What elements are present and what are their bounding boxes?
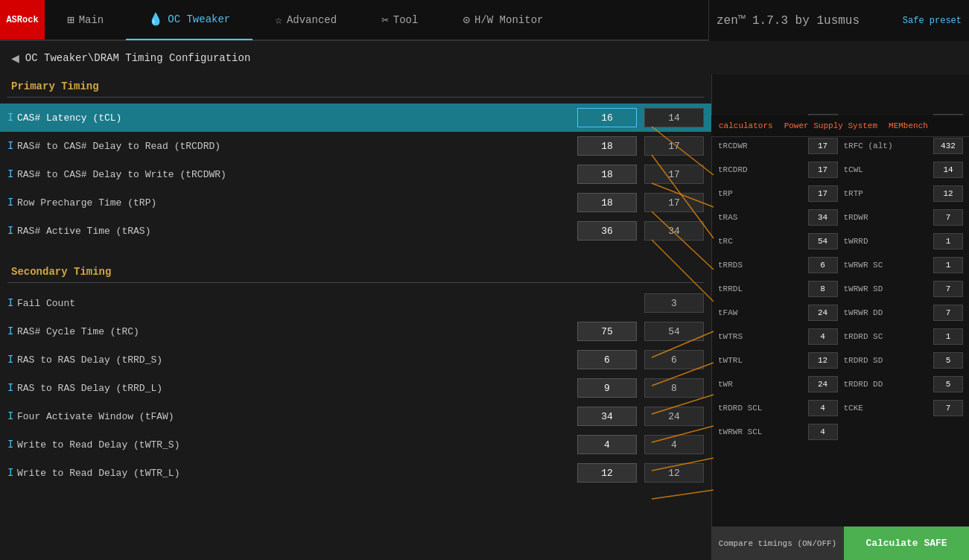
cell-twtrl: tWTRL 12 bbox=[718, 350, 838, 371]
cell-label-trrds: tRRDS bbox=[718, 261, 808, 270]
cell-label-trrdl: tRRDL bbox=[718, 284, 808, 293]
row-twtrs[interactable]: I Write to Read Delay (tWTR_S) 4 4 bbox=[0, 430, 711, 459]
row-optimal-failcount: 3 bbox=[644, 293, 704, 313]
cell-twrrd: tWRRD 1 bbox=[844, 231, 964, 252]
row-twtrl[interactable]: I Write to Read Delay (tWTR_L) 12 12 bbox=[0, 459, 711, 487]
breadcrumb-bar: ◀ OC Tweaker\DRAM Timing Configuration bbox=[0, 41, 969, 74]
bottom-bar: Compare timings (ON/OFF) Calculate SAFE bbox=[711, 526, 969, 560]
row-label-tras: RAS# Active Time (tRAS) bbox=[13, 226, 574, 237]
row-value-trp[interactable]: 18 bbox=[577, 193, 637, 212]
cell-label-twrwrsc: tWRWR SC bbox=[844, 261, 934, 270]
row-trcdrd[interactable]: I RAS# to CAS# Delay to Read (tRCDRD) 18… bbox=[0, 132, 711, 160]
row-optimal-twtrl: 12 bbox=[644, 463, 704, 483]
row-value-twtrs[interactable]: 4 bbox=[577, 435, 637, 454]
row-tcl[interactable]: I CAS# Latency (tCL) 16 14 bbox=[0, 104, 711, 132]
secondary-timing-header: Secondary Timing bbox=[0, 260, 711, 281]
row-optimal-tcl: 14 bbox=[644, 108, 704, 127]
cell-value-tcwl: 14 bbox=[933, 162, 963, 178]
nav-advanced[interactable]: ☆ Advanced bbox=[252, 0, 359, 40]
cell-label-trdrddd: tRDRD DD bbox=[844, 380, 934, 389]
cell-value-trtp: 12 bbox=[933, 185, 963, 202]
nav-main[interactable]: ⊞ Main bbox=[45, 0, 126, 40]
row-optimal-twtrs: 4 bbox=[644, 435, 704, 454]
cell-trcdrd: tRCDRD 17 bbox=[718, 159, 838, 180]
row-optimal-trrds: 6 bbox=[644, 350, 704, 369]
row-failcount[interactable]: I Fail Count 3 bbox=[0, 289, 711, 317]
row-value-trcdwr[interactable]: 18 bbox=[577, 165, 637, 184]
cell-tras: tRAS 34 bbox=[718, 207, 838, 228]
cell-value-twrwrsd: 7 bbox=[933, 281, 963, 297]
row-indicator-trp: I bbox=[7, 197, 13, 209]
row-value-tfaw[interactable]: 34 bbox=[577, 407, 637, 426]
power-supply-link[interactable]: Power Supply System bbox=[784, 121, 877, 130]
row-label-trrdl: RAS to RAS Delay (tRRD_L) bbox=[13, 383, 574, 394]
row-value-trc[interactable]: 75 bbox=[577, 322, 637, 341]
calculate-button[interactable]: Calculate SAFE bbox=[844, 526, 969, 560]
cell-value-trdrddd: 5 bbox=[933, 376, 963, 392]
cell-value-tras: 34 bbox=[808, 209, 838, 226]
oc-icon: 💧 bbox=[148, 12, 163, 27]
row-indicator-trc: I bbox=[7, 325, 13, 337]
row-label-tcl: CAS# Latency (tCL) bbox=[13, 112, 574, 124]
hw-icon: ⊙ bbox=[463, 13, 470, 28]
row-trp[interactable]: I Row Precharge Time (tRP) 18 17 bbox=[0, 188, 711, 217]
row-trrdl[interactable]: I RAS to RAS Delay (tRRD_L) 9 8 bbox=[0, 374, 711, 402]
back-button[interactable]: ◀ bbox=[11, 50, 19, 66]
cell-label-twtrl: tWTRL bbox=[718, 356, 808, 365]
row-trcdwr[interactable]: I RAS# to CAS# Delay to Write (tRCDWR) 1… bbox=[0, 160, 711, 188]
row-indicator-failcount: I bbox=[7, 297, 13, 309]
row-indicator-tcl: I bbox=[7, 112, 13, 124]
row-value-trcdrd[interactable]: 18 bbox=[577, 136, 637, 156]
cell-trtp: tRTP 12 bbox=[844, 183, 964, 204]
cell-value-twrwrsc: 1 bbox=[933, 257, 963, 273]
row-indicator-trcdrd: I bbox=[7, 140, 13, 152]
cell-label-trdrdsd: tRDRD SD bbox=[844, 356, 934, 365]
row-value-tras[interactable]: 36 bbox=[577, 221, 637, 241]
row-value-twtrl[interactable]: 12 bbox=[577, 463, 637, 483]
cell-label-trp: tRP bbox=[718, 189, 808, 198]
cell-label-twrwrsd: tWRWR SD bbox=[844, 284, 934, 293]
main-icon: ⊞ bbox=[67, 13, 74, 28]
primary-timing-header: Primary Timing bbox=[0, 74, 711, 95]
cell-trdrddd: tRDRD DD 5 bbox=[844, 374, 964, 395]
cell-twrwrdd: tWRWR DD 7 bbox=[844, 302, 964, 323]
row-label-trc: RAS# Cycle Time (tRC) bbox=[13, 326, 574, 337]
cell-value-twrrd: 1 bbox=[933, 233, 963, 249]
right-panel: calculators Power Supply System MEMbench… bbox=[711, 74, 969, 560]
membench-link[interactable]: MEMbench bbox=[889, 121, 928, 130]
cell-label-trc: tRC bbox=[718, 237, 808, 246]
nav-hwmonitor[interactable]: ⊙ H/W Monitor bbox=[440, 0, 565, 40]
row-tras[interactable]: I RAS# Active Time (tRAS) 36 34 bbox=[0, 217, 711, 245]
cell-tcwl: tCWL 14 bbox=[844, 159, 964, 180]
row-value-tcl[interactable]: 16 bbox=[577, 108, 637, 127]
calculators-link[interactable]: calculators bbox=[719, 121, 773, 130]
cell-trc: tRC 54 bbox=[718, 231, 838, 252]
row-optimal-trp: 17 bbox=[644, 193, 704, 212]
compare-button[interactable]: Compare timings (ON/OFF) bbox=[711, 526, 844, 560]
cell-label-trcdwr: tRCDWR bbox=[718, 141, 808, 150]
row-optimal-trc: 54 bbox=[644, 322, 704, 341]
row-label-tfaw: Four Activate Window (tFAW) bbox=[13, 411, 574, 422]
cell-value-trrdl: 8 bbox=[808, 281, 838, 297]
row-trc[interactable]: I RAS# Cycle Time (tRC) 75 54 bbox=[0, 317, 711, 346]
nav-tool[interactable]: ✂ Tool bbox=[359, 0, 440, 40]
cell-value-trdwr: 7 bbox=[933, 209, 963, 226]
timing-grid: tCL 14 tRFC 576 tRCDWR 17 tRFC (alt) 432… bbox=[718, 112, 963, 442]
row-tfaw[interactable]: I Four Activate Window (tFAW) 34 24 bbox=[0, 402, 711, 430]
row-label-trcdwr: RAS# to CAS# Delay to Write (tRCDWR) bbox=[13, 169, 574, 180]
primary-divider bbox=[7, 97, 704, 98]
nav-main-label: Main bbox=[79, 14, 104, 26]
row-optimal-tras: 34 bbox=[644, 221, 704, 241]
row-indicator-tras: I bbox=[7, 225, 13, 237]
cell-value-twtrl: 12 bbox=[808, 352, 838, 369]
row-value-trrdl[interactable]: 9 bbox=[577, 378, 637, 398]
cell-value-trcdwr: 17 bbox=[808, 138, 838, 154]
row-value-trrds[interactable]: 6 bbox=[577, 350, 637, 369]
row-indicator-trrds: I bbox=[7, 354, 13, 366]
nav-oc-tweaker[interactable]: 💧 OC Tweaker bbox=[126, 0, 252, 40]
cell-trp: tRP 17 bbox=[718, 183, 838, 204]
cell-label-twrwrscl: tWRWR SCL bbox=[718, 427, 808, 436]
cell-trrds: tRRDS 6 bbox=[718, 255, 838, 276]
row-trrds[interactable]: I RAS to RAS Delay (tRRD_S) 6 6 bbox=[0, 346, 711, 374]
row-optimal-tfaw: 24 bbox=[644, 407, 704, 426]
